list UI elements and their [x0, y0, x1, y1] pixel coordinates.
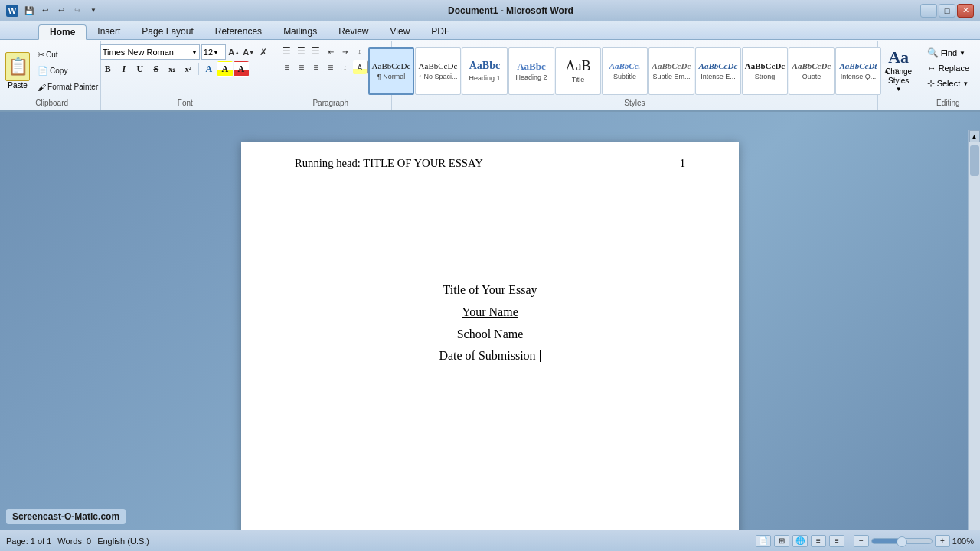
replace-button[interactable]: ↔ Replace	[924, 61, 972, 75]
font-format-row: B I U S x₂ x² A A A	[100, 61, 249, 77]
tab-references[interactable]: References	[204, 24, 273, 39]
screencast-watermark: Screencast-O-Matic.com	[6, 509, 126, 524]
style-heading2-preview: AaBbc	[517, 60, 546, 73]
increase-indent-button[interactable]: ⇥	[338, 44, 352, 58]
close-button[interactable]: ✕	[957, 4, 974, 18]
decrease-indent-button[interactable]: ⇤	[324, 44, 338, 58]
print-view-button[interactable]: 📄	[756, 535, 771, 547]
style-intense-quote-preview: AaBbCcDt	[840, 61, 877, 71]
zoom-controls: − + 100%	[854, 535, 974, 547]
clear-format-button[interactable]: ✗	[256, 45, 270, 59]
title-bar: W 💾 ↩ ↩ ↪ ▼ Document1 - Microsoft Word ─…	[0, 0, 980, 21]
minimize-button[interactable]: ─	[920, 4, 937, 18]
ribbon: 📋 Paste ✂ Cut 📄 Copy 🖌 Format Painter Cl…	[0, 40, 980, 112]
page-number: 1	[680, 157, 685, 170]
font-size-box[interactable]: 12 ▼	[201, 44, 226, 60]
tab-pdf[interactable]: PDF	[420, 24, 460, 39]
tab-home[interactable]: Home	[38, 24, 87, 40]
title-bar-left: W 💾 ↩ ↩ ↪ ▼	[6, 4, 101, 18]
document-page[interactable]: Running head: TITLE OF YOUR ESSAY 1 Titl…	[241, 142, 739, 530]
superscript-button[interactable]: x²	[181, 61, 196, 77]
zoom-out-button[interactable]: −	[854, 535, 869, 547]
highlight-button[interactable]: A	[217, 61, 233, 77]
style-intense-em[interactable]: AaBbCcDc Intense E...	[695, 47, 741, 95]
outline-view-button[interactable]: ≡	[811, 535, 826, 547]
page-info: Page: 1 of 1	[6, 536, 51, 546]
strikethrough-button[interactable]: S	[149, 61, 164, 77]
select-button[interactable]: ⊹ Select ▼	[924, 77, 972, 90]
multilevel-list-button[interactable]: ☰	[309, 44, 323, 58]
scroll-thumb[interactable]	[970, 145, 979, 176]
change-styles-dropdown-arrow: ▼	[896, 86, 902, 93]
style-subtitle[interactable]: AaBbCc. Subtitle	[602, 47, 648, 95]
style-intense-quote[interactable]: AaBbCcDt Intense Q...	[835, 47, 881, 95]
style-strong[interactable]: AaBbCcDc Strong	[742, 47, 788, 95]
text-effects-button[interactable]: A	[201, 61, 217, 77]
justify-button[interactable]: ≡	[324, 60, 338, 74]
align-right-button[interactable]: ≡	[309, 60, 323, 74]
style-heading1[interactable]: AaBbc Heading 1	[462, 47, 508, 95]
shading-button[interactable]: A	[353, 60, 367, 74]
style-quote-label: Quote	[802, 73, 822, 80]
style-quote[interactable]: AaBbCcDc Quote	[789, 47, 835, 95]
redo-quick-btn[interactable]: ↪	[70, 4, 85, 18]
word-icon: W	[6, 5, 18, 17]
ribbon-group-styles: AaBbCcDc ¶ Normal AaBbCcDc ↑ No Spaci...…	[392, 41, 877, 110]
style-subtle-em[interactable]: AaBbCcDc Subtle Em...	[648, 47, 694, 95]
undo-quick-btn[interactable]: ↩	[38, 4, 53, 18]
align-left-button[interactable]: ≡	[280, 60, 294, 74]
draft-view-button[interactable]: ≡	[829, 535, 844, 547]
change-styles-label: ChangeStyles	[885, 67, 912, 86]
copy-button[interactable]: 📄 Copy	[34, 64, 101, 79]
subscript-button[interactable]: x₂	[165, 61, 180, 77]
font-color-button[interactable]: A	[234, 61, 249, 77]
style-subtle-em-label: Subtle Em...	[652, 73, 690, 80]
zoom-slider-thumb[interactable]	[897, 536, 907, 547]
style-title[interactable]: AaB Title	[555, 47, 601, 95]
tab-insert[interactable]: Insert	[87, 24, 131, 39]
style-normal-label: ¶ Normal	[377, 73, 405, 80]
bold-button[interactable]: B	[100, 61, 116, 77]
document-body[interactable]: Title of Your Essay Your Name School Nam…	[295, 279, 685, 367]
font-top-row: Times New Roman ▼ 12 ▼ A▲ A▼ ✗	[100, 44, 270, 60]
full-screen-button[interactable]: ⊞	[774, 535, 789, 547]
paragraph-label: Paragraph	[312, 99, 348, 109]
bullets-button[interactable]: ☰	[280, 44, 294, 58]
grow-font-button[interactable]: A▲	[227, 45, 241, 59]
style-normal[interactable]: AaBbCcDc ¶ Normal	[368, 47, 414, 95]
italic-button[interactable]: I	[116, 61, 132, 77]
cut-button[interactable]: ✂ Cut	[34, 47, 101, 63]
zoom-level: 100%	[952, 536, 974, 546]
quick-access-dropdown[interactable]: ▼	[86, 4, 101, 18]
undo2-quick-btn[interactable]: ↩	[54, 4, 69, 18]
shrink-font-button[interactable]: A▼	[242, 45, 256, 59]
font-content: Times New Roman ▼ 12 ▼ A▲ A▼ ✗ B I U S x…	[100, 43, 270, 99]
underline-button[interactable]: U	[132, 61, 148, 77]
ribbon-group-editing: 🔍 Find ▼ ↔ Replace ⊹ Select ▼ Editing	[920, 41, 977, 110]
tab-view[interactable]: View	[380, 24, 421, 39]
change-styles-button[interactable]: Aa ChangeStyles ▼	[880, 44, 918, 96]
style-subtitle-label: Subtitle	[613, 73, 636, 80]
tab-page-layout[interactable]: Page Layout	[131, 24, 204, 39]
tab-review[interactable]: Review	[328, 24, 379, 39]
style-no-spacing[interactable]: AaBbCcDc ↑ No Spaci...	[415, 47, 461, 95]
zoom-in-button[interactable]: +	[935, 535, 950, 547]
line-spacing-button[interactable]: ↕	[338, 60, 352, 74]
school-name: School Name	[295, 324, 685, 346]
save-quick-btn[interactable]: 💾	[21, 4, 37, 18]
zoom-slider-track[interactable]	[871, 538, 933, 544]
paste-button[interactable]: 📋 Paste	[2, 51, 33, 91]
align-center-button[interactable]: ≡	[295, 60, 309, 74]
sort-button[interactable]: ↕	[353, 44, 367, 58]
font-name-dropdown[interactable]: Times New Roman ▼	[100, 44, 200, 60]
numbered-list-button[interactable]: ☰	[295, 44, 309, 58]
find-button[interactable]: 🔍 Find ▼	[924, 46, 969, 60]
web-layout-button[interactable]: 🌐	[792, 535, 808, 547]
style-heading2[interactable]: AaBbc Heading 2	[508, 47, 554, 95]
window-title: Document1 - Microsoft Word	[448, 5, 573, 16]
scroll-up-arrow[interactable]: ▲	[969, 130, 980, 142]
maximize-button[interactable]: □	[939, 4, 956, 18]
tab-mailings[interactable]: Mailings	[273, 24, 328, 39]
text-cursor	[540, 350, 541, 362]
format-painter-button[interactable]: 🖌 Format Painter	[34, 80, 101, 95]
